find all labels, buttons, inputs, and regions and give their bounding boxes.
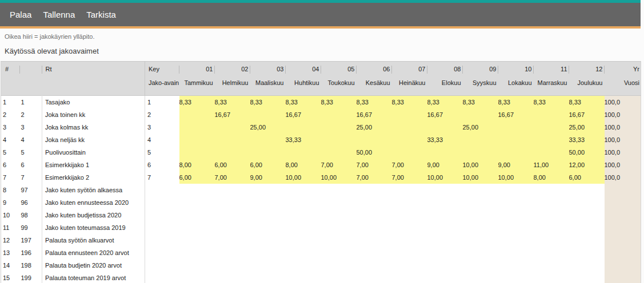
cell-month-07[interactable] xyxy=(392,221,427,234)
cell-month-08[interactable] xyxy=(427,221,463,234)
cell-month-07[interactable] xyxy=(392,146,427,159)
cell-month-07[interactable] xyxy=(392,259,427,272)
cell-rt-name[interactable]: Palauta ennusteen 2020 arvot xyxy=(42,246,145,259)
cell-row-num[interactable]: 3 xyxy=(1,121,20,134)
cell-month-03[interactable] xyxy=(250,184,286,196)
cell-month-08[interactable] xyxy=(427,146,463,159)
cell-month-06[interactable] xyxy=(357,134,392,146)
cell-month-03[interactable] xyxy=(250,108,286,121)
cell-month-06[interactable] xyxy=(357,221,392,234)
cell-month-03[interactable]: 8,33 xyxy=(250,96,286,108)
cell-month-06[interactable] xyxy=(357,246,392,259)
cell-month-12[interactable]: 8,33 xyxy=(569,96,605,108)
cell-key[interactable] xyxy=(145,184,179,196)
cell-month-09[interactable] xyxy=(463,221,498,234)
cell-month-12[interactable]: 25,00 xyxy=(569,121,605,134)
cell-month-08[interactable] xyxy=(427,184,463,196)
cell-year[interactable] xyxy=(605,196,641,209)
cell-month-03[interactable] xyxy=(250,196,286,209)
cell-month-04[interactable] xyxy=(286,259,321,272)
cell-month-10[interactable]: 10,00 xyxy=(498,171,534,184)
cell-month-02[interactable]: 6,00 xyxy=(215,159,250,171)
cell-month-10[interactable] xyxy=(498,234,534,246)
cell-month-12[interactable] xyxy=(569,184,605,196)
cell-rt-name[interactable]: Jako kuten budjetissa 2020 xyxy=(42,209,145,221)
cell-rt-num[interactable]: 197 xyxy=(20,234,42,246)
cell-month-06[interactable]: 7,00 xyxy=(357,159,392,171)
cell-rt-num[interactable]: 97 xyxy=(20,184,42,196)
cell-row-num[interactable]: 12 xyxy=(1,234,20,246)
cell-month-02[interactable] xyxy=(215,272,250,283)
cell-month-04[interactable] xyxy=(286,146,321,159)
toolbar-button-palaa[interactable]: Palaa xyxy=(10,10,31,19)
cell-month-01[interactable] xyxy=(179,196,215,209)
cell-month-05[interactable] xyxy=(321,108,357,121)
cell-month-08[interactable]: 8,33 xyxy=(427,96,463,108)
cell-month-08[interactable] xyxy=(427,259,463,272)
cell-month-09[interactable] xyxy=(463,272,498,283)
cell-month-03[interactable] xyxy=(250,246,286,259)
cell-month-11[interactable] xyxy=(534,108,569,121)
cell-month-03[interactable] xyxy=(250,134,286,146)
cell-month-05[interactable] xyxy=(321,121,357,134)
cell-month-07[interactable] xyxy=(392,234,427,246)
cell-month-08[interactable] xyxy=(427,272,463,283)
cell-month-12[interactable]: 12,00 xyxy=(569,159,605,171)
cell-month-04[interactable]: 8,33 xyxy=(286,96,321,108)
cell-month-10[interactable] xyxy=(498,209,534,221)
cell-rt-num[interactable]: 99 xyxy=(20,221,42,234)
cell-month-05[interactable] xyxy=(321,259,357,272)
cell-month-02[interactable] xyxy=(215,221,250,234)
cell-month-09[interactable]: 10,00 xyxy=(463,159,498,171)
cell-month-02[interactable] xyxy=(215,234,250,246)
cell-rt-num[interactable]: 96 xyxy=(20,196,42,209)
cell-month-12[interactable] xyxy=(569,209,605,221)
cell-rt-name[interactable]: Tasajako xyxy=(42,96,145,108)
cell-rt-name[interactable]: Joka neljäs kk xyxy=(42,134,145,146)
cell-month-01[interactable] xyxy=(179,108,215,121)
cell-month-09[interactable] xyxy=(463,246,498,259)
cell-month-02[interactable] xyxy=(215,209,250,221)
cell-month-10[interactable] xyxy=(498,196,534,209)
cell-rt-name[interactable]: Puolivuosittain xyxy=(42,146,145,159)
cell-month-03[interactable] xyxy=(250,209,286,221)
cell-rt-num[interactable]: 198 xyxy=(20,259,42,272)
cell-rt-name[interactable]: Palauta syötön alkuarvot xyxy=(42,234,145,246)
cell-month-04[interactable]: 10,00 xyxy=(286,171,321,184)
cell-month-06[interactable] xyxy=(357,234,392,246)
cell-rt-name[interactable]: Palauta toteuman 2019 arvot xyxy=(42,272,145,283)
cell-key[interactable]: 3 xyxy=(145,121,179,134)
cell-month-09[interactable]: 8,33 xyxy=(463,96,498,108)
cell-month-05[interactable] xyxy=(321,134,357,146)
cell-month-01[interactable] xyxy=(179,134,215,146)
cell-month-03[interactable]: 9,00 xyxy=(250,171,286,184)
cell-month-11[interactable] xyxy=(534,221,569,234)
cell-month-11[interactable] xyxy=(534,134,569,146)
cell-month-11[interactable] xyxy=(534,196,569,209)
cell-key[interactable] xyxy=(145,221,179,234)
cell-month-03[interactable] xyxy=(250,146,286,159)
cell-rt-name[interactable]: Palauta budjetin 2020 arvot xyxy=(42,259,145,272)
cell-month-05[interactable] xyxy=(321,146,357,159)
cell-month-11[interactable] xyxy=(534,184,569,196)
cell-row-num[interactable]: 9 xyxy=(1,196,20,209)
cell-month-06[interactable]: 8,33 xyxy=(357,96,392,108)
cell-month-05[interactable] xyxy=(321,272,357,283)
cell-key[interactable]: 7 xyxy=(145,171,179,184)
cell-row-num[interactable]: 10 xyxy=(1,209,20,221)
cell-month-07[interactable] xyxy=(392,121,427,134)
cell-month-01[interactable] xyxy=(179,221,215,234)
cell-month-04[interactable] xyxy=(286,246,321,259)
cell-year[interactable] xyxy=(605,234,641,246)
cell-month-06[interactable] xyxy=(357,272,392,283)
cell-month-04[interactable] xyxy=(286,209,321,221)
cell-month-02[interactable] xyxy=(215,146,250,159)
cell-month-01[interactable] xyxy=(179,121,215,134)
cell-month-07[interactable] xyxy=(392,134,427,146)
cell-month-11[interactable] xyxy=(534,146,569,159)
cell-month-01[interactable] xyxy=(179,234,215,246)
cell-month-01[interactable] xyxy=(179,209,215,221)
cell-key[interactable]: 5 xyxy=(145,146,179,159)
cell-month-01[interactable] xyxy=(179,259,215,272)
cell-rt-num[interactable]: 7 xyxy=(20,171,42,184)
